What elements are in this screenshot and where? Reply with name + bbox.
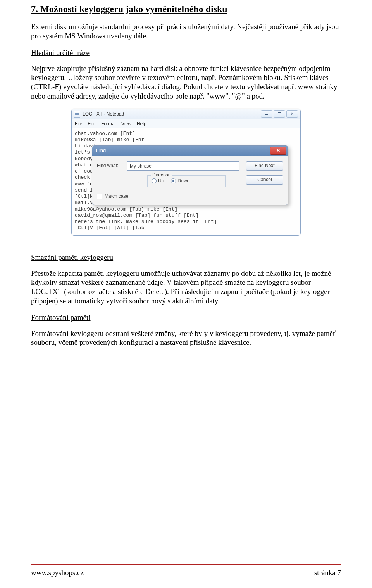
radio-down[interactable]: Down bbox=[171, 178, 189, 184]
notepad-titlebar: LOG.TXT - Notepad bbox=[72, 109, 300, 119]
heading-number: 7. bbox=[31, 4, 38, 14]
screenshot-figure: LOG.TXT - Notepad File Edit Format View … bbox=[31, 109, 341, 236]
paragraph-format: Formátování keyloggeru odstraní veškeré … bbox=[31, 329, 341, 348]
section-heading: 7. Možnosti keyloggeru jako vyměnitelnéh… bbox=[31, 4, 341, 14]
menu-file[interactable]: File bbox=[75, 121, 82, 126]
cancel-button[interactable]: Cancel bbox=[246, 175, 283, 185]
footer-rule-red bbox=[31, 564, 341, 565]
notepad-text-area[interactable]: chat.yahoo.com [Ent] mike98a [Tab] mike … bbox=[72, 128, 300, 235]
find-next-button[interactable]: Find Next bbox=[246, 161, 283, 171]
match-case-checkbox[interactable]: Match case bbox=[97, 194, 239, 199]
footer-page-number: stránka 7 bbox=[314, 569, 341, 577]
find-titlebar: Find✕ bbox=[92, 146, 288, 156]
notepad-title: LOG.TXT - Notepad bbox=[83, 111, 124, 117]
radio-up[interactable]: Up bbox=[152, 178, 164, 184]
paragraph-search: Nejprve zkopírujte příslušný záznam na h… bbox=[31, 64, 341, 101]
footer-link[interactable]: www.spyshops.cz bbox=[31, 569, 84, 577]
subheading-search: Hledání určité fráze bbox=[31, 48, 341, 57]
page-footer: www.spyshops.cz stránka 7 bbox=[31, 564, 341, 577]
direction-legend: Direction bbox=[151, 172, 172, 178]
minimize-button[interactable] bbox=[261, 110, 272, 118]
subheading-delete: Smazání paměti keyloggeru bbox=[31, 253, 341, 262]
footer-rule-black bbox=[31, 566, 341, 566]
subheading-format: Formátování paměti bbox=[31, 313, 341, 322]
find-close-button[interactable]: ✕ bbox=[270, 147, 286, 155]
find-what-input[interactable] bbox=[127, 161, 239, 171]
menu-help[interactable]: Help bbox=[137, 121, 146, 126]
paragraph-intro: Externí disk umožňuje standardní procesy… bbox=[31, 22, 341, 41]
notepad-icon bbox=[74, 111, 80, 118]
notepad-menubar: File Edit Format View Help bbox=[72, 119, 300, 128]
heading-text: Možnosti keyloggeru jako vyměnitelného d… bbox=[40, 4, 227, 14]
menu-edit[interactable]: Edit bbox=[88, 121, 96, 126]
direction-group: DirectionUpDown bbox=[147, 175, 226, 187]
find-dialog: Find✕Find what:Find NextDirectionUpDownM… bbox=[92, 145, 288, 205]
menu-view[interactable]: View bbox=[121, 121, 131, 126]
paragraph-delete: Přestože kapacita paměti keyloggeru umož… bbox=[31, 269, 341, 306]
menu-format[interactable]: Format bbox=[101, 121, 116, 126]
maximize-button[interactable] bbox=[274, 110, 285, 118]
find-title: Find bbox=[96, 147, 106, 154]
close-button[interactable] bbox=[286, 110, 298, 118]
notepad-window: LOG.TXT - Notepad File Edit Format View … bbox=[71, 109, 301, 236]
find-what-label: Find what: bbox=[97, 163, 123, 169]
